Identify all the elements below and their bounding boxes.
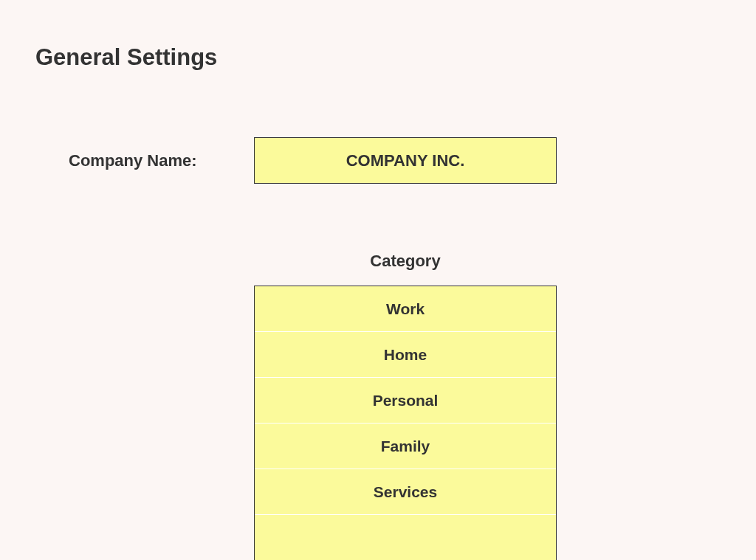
company-input-wrap bbox=[254, 137, 557, 184]
category-item[interactable]: Personal bbox=[255, 378, 556, 424]
settings-container: General Settings Company Name: Category … bbox=[0, 0, 756, 560]
company-name-label: Company Name: bbox=[35, 151, 254, 170]
category-list: Work Home Personal Family Services bbox=[254, 286, 557, 560]
category-item[interactable] bbox=[255, 515, 556, 560]
category-header: Category bbox=[254, 252, 557, 271]
page-title: General Settings bbox=[35, 44, 721, 71]
category-item[interactable]: Family bbox=[255, 424, 556, 469]
category-item[interactable]: Work bbox=[255, 286, 556, 332]
category-item[interactable]: Services bbox=[255, 469, 556, 515]
company-row: Company Name: bbox=[35, 137, 721, 184]
category-section: Category Work Home Personal Family Servi… bbox=[254, 252, 557, 560]
category-item[interactable]: Home bbox=[255, 332, 556, 378]
company-name-input[interactable] bbox=[254, 137, 557, 184]
